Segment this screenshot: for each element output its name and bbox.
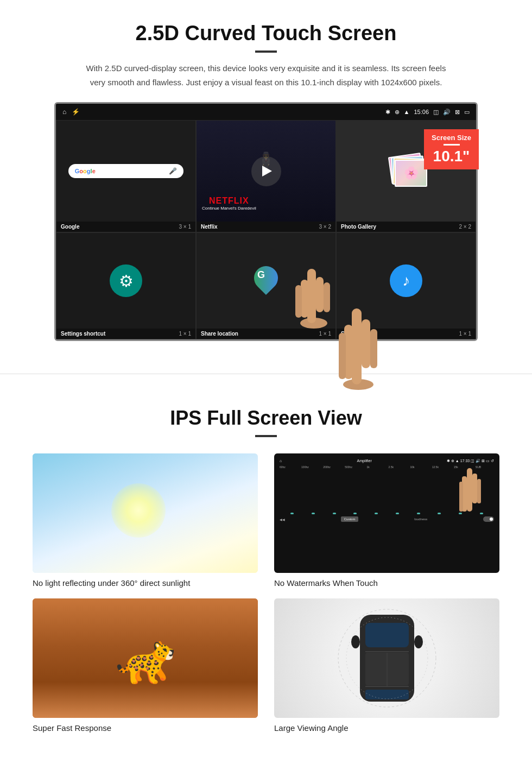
amplifier-graphic: ⌂ Amplifier ✱ ⊕ ▲ 17:33 ◫ 🔊 ⊠ ▭ ↺ 60hz 1… (274, 453, 499, 573)
feature-label-sunlight: No light reflecting under 360° direct su… (33, 578, 258, 588)
volume-icon: 🔊 (443, 109, 451, 116)
netflix-play-button[interactable] (251, 156, 281, 186)
app-cell-settings[interactable]: ⚙ Settings shortcut 1 × 1 (56, 232, 196, 339)
gallery-app-size: 2 × 2 (459, 224, 471, 230)
google-mic-icon[interactable]: 🎤 (169, 167, 177, 175)
gear-icon: ⚙ (119, 272, 134, 291)
gallery-app-name: Photo Gallery (341, 224, 376, 230)
location-icon: ⊕ (395, 109, 400, 116)
amp-title-text: Amplifier (357, 459, 371, 463)
maps-g-letter: G (257, 269, 265, 281)
status-bar: ⌂ ⚡ ✱ ⊕ ▲ 15:06 ◫ 🔊 ⊠ ▭ (56, 104, 476, 120)
svg-point-26 (338, 609, 436, 707)
cheetah-graphic: 🐆 (33, 598, 258, 718)
netflix-app-name: Netflix (201, 224, 218, 230)
hand-overlay (292, 258, 335, 329)
svg-point-27 (346, 617, 428, 699)
svg-rect-15 (472, 474, 477, 503)
sun-radial (111, 483, 166, 538)
netflix-logo: NETFLIX Continue Marvel's Daredevil (202, 196, 256, 211)
app-cell-netflix[interactable]: 🕴 NETFLIX Continue Marvel's Daredevil Ne… (196, 120, 336, 232)
feature-image-cheetah: 🐆 (33, 598, 258, 718)
svg-rect-1 (307, 269, 316, 323)
app-cell-google[interactable]: Google 🎤 Google 3 × 1 (56, 120, 196, 232)
section2-title: IPS Full Screen View (33, 407, 499, 430)
section-ips: IPS Full Screen View No light reflecting… (0, 385, 532, 754)
amp-toggle[interactable] (483, 516, 494, 522)
feature-label-car: Large Viewing Angle (274, 723, 499, 733)
amp-bottom-bar: ◀◀ Custom loudness (280, 516, 494, 522)
section-curved-screen: 2.5D Curved Touch Screen With 2.5D curve… (0, 0, 532, 363)
x-badge-icon: ⊠ (455, 109, 460, 116)
svg-rect-11 (370, 329, 377, 368)
sun-glow (111, 483, 166, 538)
maps-pin-body (249, 261, 283, 295)
google-search-bar[interactable]: Google 🎤 (68, 164, 183, 178)
gallery-cell-label: Photo Gallery 2 × 2 (337, 222, 476, 232)
netflix-subtitle: Continue Marvel's Daredevil (202, 206, 256, 211)
svg-rect-4 (316, 277, 324, 312)
share-app-size: 1 × 1 (319, 331, 331, 337)
share-cell-label: Share location 1 × 1 (197, 329, 335, 339)
device-mockup: Screen Size 10.1" ⌂ ⚡ ✱ ⊕ ▲ 15:06 ◫ 🔊 ⊠ (54, 102, 478, 341)
netflix-text: NETFLIX (202, 196, 256, 206)
app-cell-share[interactable]: G (196, 232, 336, 339)
google-logo-text: Google (75, 168, 96, 174)
amp-equalizer (280, 471, 494, 514)
svg-rect-10 (362, 319, 370, 368)
photo-card-main: 🌸 (395, 160, 427, 187)
amp-home-icon: ⌂ (280, 459, 282, 463)
feature-label-amplifier: No Watermarks When Touch (274, 578, 499, 588)
badge-size: 10.1" (432, 148, 471, 165)
status-right: ✱ ⊕ ▲ 15:06 ◫ 🔊 ⊠ ▭ (385, 109, 470, 116)
eq-handle-5 (375, 513, 378, 514)
svg-rect-16 (477, 479, 481, 503)
music-note-icon: ♪ (402, 272, 410, 289)
section2-divider (255, 435, 277, 437)
settings-cell-label: Settings shortcut 1 × 1 (56, 329, 195, 339)
maps-icon-container: G (254, 266, 278, 295)
svg-rect-3 (295, 285, 302, 318)
badge-divider-line (444, 144, 460, 146)
photo-stack: 🌸 (387, 152, 425, 190)
settings-cell-image: ⚙ (56, 233, 195, 329)
feature-image-amplifier: ⌂ Amplifier ✱ ⊕ ▲ 17:33 ◫ 🔊 ⊠ ▭ ↺ 60hz 1… (274, 453, 499, 573)
section-divider-line (0, 374, 532, 374)
feature-cheetah: 🐆 Super Fast Response (33, 598, 258, 733)
amp-status-bar: ⌂ Amplifier ✱ ⊕ ▲ 17:33 ◫ 🔊 ⊠ ▭ ↺ (280, 459, 494, 463)
eq-handle-4 (353, 513, 357, 514)
settings-icon-circle: ⚙ (110, 264, 142, 297)
share-cell-image: G (197, 233, 335, 329)
camera-icon: ◫ (433, 109, 439, 116)
badge-label: Screen Size (432, 134, 471, 142)
amp-loudness-label: loudness (414, 518, 427, 521)
car-graphic (274, 598, 499, 718)
svg-rect-2 (301, 280, 308, 318)
google-cell-label: Google 3 × 1 (56, 222, 195, 232)
amp-toggle-knob (490, 518, 493, 521)
maps-pin: G (254, 266, 278, 295)
settings-app-name: Settings shortcut (61, 331, 105, 337)
feature-amplifier: ⌂ Amplifier ✱ ⊕ ▲ 17:33 ◫ 🔊 ⊠ ▭ ↺ 60hz 1… (274, 453, 499, 588)
screen-size-badge: Screen Size 10.1" (424, 129, 479, 169)
amp-back-icon: ◀◀ (280, 518, 285, 521)
window-icon: ▭ (464, 109, 470, 116)
section1-title: 2.5D Curved Touch Screen (33, 22, 499, 45)
amp-custom-button[interactable]: Custom (341, 516, 359, 522)
app-grid: Google 🎤 Google 3 × 1 (56, 120, 476, 339)
amp-status-icons: ✱ ⊕ ▲ 17:33 ◫ 🔊 ⊠ ▭ ↺ (447, 459, 494, 463)
svg-rect-9 (339, 333, 346, 379)
section1-divider (255, 51, 277, 53)
home-icon[interactable]: ⌂ (62, 108, 66, 116)
eq-handle-2 (312, 513, 315, 514)
share-app-name: Share location (201, 331, 238, 337)
play-triangle-icon (262, 166, 272, 176)
google-app-size: 3 × 1 (179, 224, 191, 230)
netflix-cell-label: Netflix 3 × 2 (197, 222, 335, 232)
cheetah-silhouette: 🐆 (115, 630, 176, 687)
settings-app-size: 1 × 1 (179, 331, 191, 337)
time-display: 15:06 (414, 109, 429, 115)
features-grid: No light reflecting under 360° direct su… (33, 453, 499, 733)
google-app-name: Google (61, 224, 79, 230)
feature-image-sunlight (33, 453, 258, 573)
